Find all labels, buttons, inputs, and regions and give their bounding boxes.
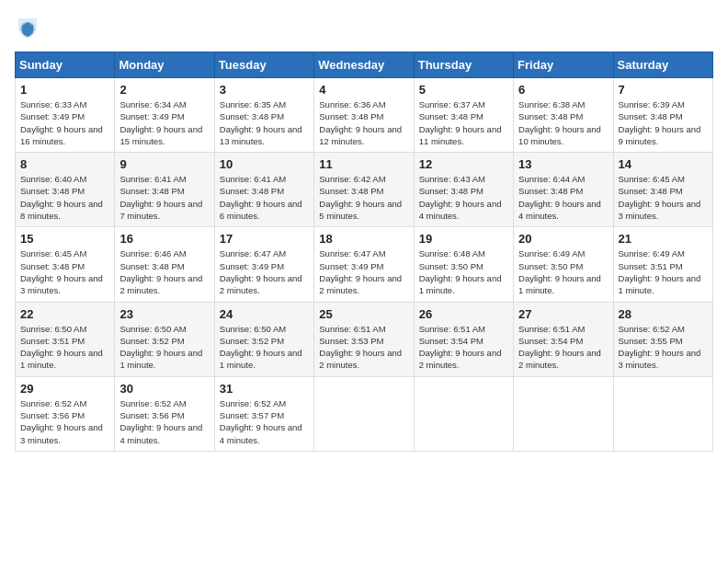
table-row: 18Sunrise: 6:47 AMSunset: 3:49 PMDayligh… xyxy=(314,227,414,302)
day-info: Sunrise: 6:52 AMSunset: 3:55 PMDaylight:… xyxy=(619,323,708,372)
day-info: Sunrise: 6:45 AMSunset: 3:48 PMDaylight:… xyxy=(20,247,109,296)
table-row: 25Sunrise: 6:51 AMSunset: 3:53 PMDayligh… xyxy=(314,302,414,376)
day-info: Sunrise: 6:37 AMSunset: 3:48 PMDaylight:… xyxy=(419,98,508,147)
logo xyxy=(15,15,44,40)
table-row xyxy=(613,376,712,451)
day-info: Sunrise: 6:35 AMSunset: 3:48 PMDaylight:… xyxy=(220,98,309,147)
day-number: 27 xyxy=(518,307,608,321)
table-row: 26Sunrise: 6:51 AMSunset: 3:54 PMDayligh… xyxy=(414,302,513,376)
day-number: 31 xyxy=(220,382,309,396)
day-info: Sunrise: 6:50 AMSunset: 3:51 PMDaylight:… xyxy=(20,323,109,372)
day-number: 22 xyxy=(20,307,109,321)
day-info: Sunrise: 6:51 AMSunset: 3:54 PMDaylight:… xyxy=(419,323,508,372)
table-row: 2Sunrise: 6:34 AMSunset: 3:49 PMDaylight… xyxy=(115,78,214,153)
day-number: 24 xyxy=(220,307,309,321)
calendar-table: Sunday Monday Tuesday Wednesday Thursday… xyxy=(15,52,713,452)
calendar-week-row: 22Sunrise: 6:50 AMSunset: 3:51 PMDayligh… xyxy=(16,302,713,376)
day-number: 29 xyxy=(20,382,109,396)
day-number: 21 xyxy=(619,232,708,246)
day-info: Sunrise: 6:48 AMSunset: 3:50 PMDaylight:… xyxy=(419,247,508,296)
table-row: 31Sunrise: 6:52 AMSunset: 3:57 PMDayligh… xyxy=(214,376,313,451)
table-row: 3Sunrise: 6:35 AMSunset: 3:48 PMDaylight… xyxy=(214,78,313,153)
day-number: 17 xyxy=(220,232,309,246)
table-row: 13Sunrise: 6:44 AMSunset: 3:48 PMDayligh… xyxy=(514,153,613,227)
day-info: Sunrise: 6:36 AMSunset: 3:48 PMDaylight:… xyxy=(319,98,408,147)
table-row: 15Sunrise: 6:45 AMSunset: 3:48 PMDayligh… xyxy=(16,227,115,302)
day-info: Sunrise: 6:41 AMSunset: 3:48 PMDaylight:… xyxy=(119,173,209,222)
day-number: 9 xyxy=(119,157,209,171)
table-row: 23Sunrise: 6:50 AMSunset: 3:52 PMDayligh… xyxy=(115,302,214,376)
day-info: Sunrise: 6:52 AMSunset: 3:56 PMDaylight:… xyxy=(119,397,209,446)
day-info: Sunrise: 6:47 AMSunset: 3:49 PMDaylight:… xyxy=(220,247,309,296)
logo-icon xyxy=(15,15,40,40)
day-info: Sunrise: 6:38 AMSunset: 3:48 PMDaylight:… xyxy=(518,98,608,147)
day-info: Sunrise: 6:51 AMSunset: 3:54 PMDaylight:… xyxy=(518,323,608,372)
calendar-week-row: 15Sunrise: 6:45 AMSunset: 3:48 PMDayligh… xyxy=(16,227,713,302)
day-info: Sunrise: 6:44 AMSunset: 3:48 PMDaylight:… xyxy=(518,173,608,222)
day-number: 2 xyxy=(119,83,209,97)
day-info: Sunrise: 6:43 AMSunset: 3:48 PMDaylight:… xyxy=(419,173,508,222)
day-number: 23 xyxy=(119,307,209,321)
table-row: 6Sunrise: 6:38 AMSunset: 3:48 PMDaylight… xyxy=(514,78,613,153)
calendar-header-row: Sunday Monday Tuesday Wednesday Thursday… xyxy=(16,52,713,78)
table-row: 5Sunrise: 6:37 AMSunset: 3:48 PMDaylight… xyxy=(414,78,513,153)
table-row: 12Sunrise: 6:43 AMSunset: 3:48 PMDayligh… xyxy=(414,153,513,227)
table-row: 22Sunrise: 6:50 AMSunset: 3:51 PMDayligh… xyxy=(16,302,115,376)
day-number: 19 xyxy=(419,232,508,246)
day-info: Sunrise: 6:52 AMSunset: 3:56 PMDaylight:… xyxy=(20,397,109,446)
day-number: 3 xyxy=(220,83,309,97)
day-number: 26 xyxy=(419,307,508,321)
table-row: 29Sunrise: 6:52 AMSunset: 3:56 PMDayligh… xyxy=(16,376,115,451)
day-number: 14 xyxy=(619,157,708,171)
day-info: Sunrise: 6:49 AMSunset: 3:50 PMDaylight:… xyxy=(518,247,608,296)
day-number: 4 xyxy=(319,83,408,97)
day-number: 15 xyxy=(20,232,109,246)
day-number: 28 xyxy=(619,307,708,321)
page-header xyxy=(15,15,713,40)
table-row: 8Sunrise: 6:40 AMSunset: 3:48 PMDaylight… xyxy=(16,153,115,227)
table-row xyxy=(414,376,513,451)
day-number: 30 xyxy=(119,382,209,396)
calendar-week-row: 8Sunrise: 6:40 AMSunset: 3:48 PMDaylight… xyxy=(16,153,713,227)
day-info: Sunrise: 6:33 AMSunset: 3:49 PMDaylight:… xyxy=(20,98,109,147)
day-number: 25 xyxy=(319,307,408,321)
day-info: Sunrise: 6:40 AMSunset: 3:48 PMDaylight:… xyxy=(20,173,109,222)
table-row: 28Sunrise: 6:52 AMSunset: 3:55 PMDayligh… xyxy=(613,302,712,376)
table-row: 17Sunrise: 6:47 AMSunset: 3:49 PMDayligh… xyxy=(214,227,313,302)
day-number: 6 xyxy=(518,83,608,97)
table-row: 27Sunrise: 6:51 AMSunset: 3:54 PMDayligh… xyxy=(514,302,613,376)
day-number: 11 xyxy=(319,157,408,171)
col-tuesday: Tuesday xyxy=(214,52,313,78)
col-thursday: Thursday xyxy=(414,52,513,78)
day-info: Sunrise: 6:50 AMSunset: 3:52 PMDaylight:… xyxy=(220,323,309,372)
table-row: 19Sunrise: 6:48 AMSunset: 3:50 PMDayligh… xyxy=(414,227,513,302)
day-info: Sunrise: 6:41 AMSunset: 3:48 PMDaylight:… xyxy=(220,173,309,222)
day-info: Sunrise: 6:46 AMSunset: 3:48 PMDaylight:… xyxy=(119,247,209,296)
day-info: Sunrise: 6:45 AMSunset: 3:48 PMDaylight:… xyxy=(619,173,708,222)
calendar-week-row: 29Sunrise: 6:52 AMSunset: 3:56 PMDayligh… xyxy=(16,376,713,451)
day-number: 1 xyxy=(20,83,109,97)
day-info: Sunrise: 6:42 AMSunset: 3:48 PMDaylight:… xyxy=(319,173,408,222)
table-row: 10Sunrise: 6:41 AMSunset: 3:48 PMDayligh… xyxy=(214,153,313,227)
table-row xyxy=(314,376,414,451)
day-info: Sunrise: 6:51 AMSunset: 3:53 PMDaylight:… xyxy=(319,323,408,372)
day-number: 7 xyxy=(619,83,708,97)
table-row: 16Sunrise: 6:46 AMSunset: 3:48 PMDayligh… xyxy=(115,227,214,302)
day-number: 13 xyxy=(518,157,608,171)
table-row: 7Sunrise: 6:39 AMSunset: 3:48 PMDaylight… xyxy=(613,78,712,153)
day-info: Sunrise: 6:52 AMSunset: 3:57 PMDaylight:… xyxy=(220,397,309,446)
table-row: 4Sunrise: 6:36 AMSunset: 3:48 PMDaylight… xyxy=(314,78,414,153)
day-info: Sunrise: 6:47 AMSunset: 3:49 PMDaylight:… xyxy=(319,247,408,296)
day-number: 12 xyxy=(419,157,508,171)
day-number: 16 xyxy=(119,232,209,246)
table-row: 21Sunrise: 6:49 AMSunset: 3:51 PMDayligh… xyxy=(613,227,712,302)
table-row: 11Sunrise: 6:42 AMSunset: 3:48 PMDayligh… xyxy=(314,153,414,227)
table-row: 24Sunrise: 6:50 AMSunset: 3:52 PMDayligh… xyxy=(214,302,313,376)
day-number: 8 xyxy=(20,157,109,171)
col-monday: Monday xyxy=(115,52,214,78)
table-row: 30Sunrise: 6:52 AMSunset: 3:56 PMDayligh… xyxy=(115,376,214,451)
table-row: 20Sunrise: 6:49 AMSunset: 3:50 PMDayligh… xyxy=(514,227,613,302)
table-row xyxy=(514,376,613,451)
col-wednesday: Wednesday xyxy=(314,52,414,78)
day-info: Sunrise: 6:39 AMSunset: 3:48 PMDaylight:… xyxy=(619,98,708,147)
